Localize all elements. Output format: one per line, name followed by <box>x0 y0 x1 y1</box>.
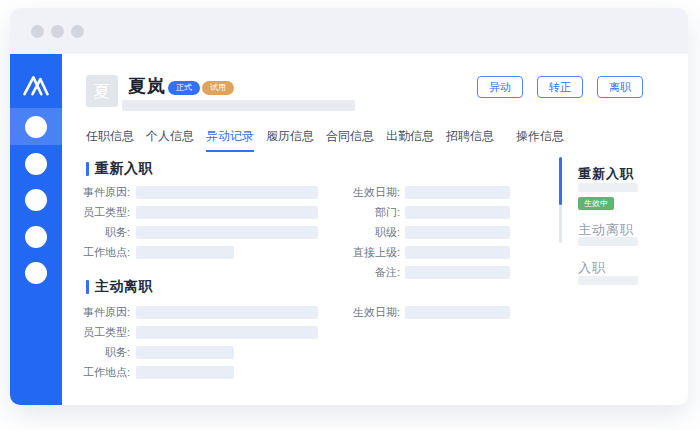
history-date-placeholder <box>578 237 638 246</box>
history-track-active-indicator <box>559 157 562 205</box>
tab-contract-info[interactable]: 合同信息 <box>326 128 374 152</box>
section-accent-bar <box>86 280 89 294</box>
field-value-placeholder <box>405 266 510 279</box>
sidebar-item-5[interactable] <box>25 262 47 284</box>
history-date-placeholder <box>578 183 638 192</box>
field-label: 备注: <box>332 265 400 280</box>
window-titlebar <box>10 8 688 54</box>
sidebar-item-3[interactable] <box>25 189 47 211</box>
history-date-placeholder <box>578 276 638 285</box>
field-value-placeholder <box>136 326 318 339</box>
history-item-onboarding[interactable]: 入职 <box>578 259 606 277</box>
tab-personal-info[interactable]: 个人信息 <box>146 128 194 152</box>
resignation-button[interactable]: 离职 <box>597 76 643 98</box>
section-header-rehire: 重新入职 <box>86 160 153 178</box>
form-row: 部门: <box>332 202 510 222</box>
tab-recruitment-info[interactable]: 招聘信息 <box>446 128 494 152</box>
tab-attendance-info[interactable]: 出勤信息 <box>386 128 434 152</box>
field-label: 事件原因: <box>68 305 130 320</box>
sidebar-item-2[interactable] <box>25 153 47 175</box>
field-value-placeholder <box>405 246 510 259</box>
form-row: 备注: <box>332 262 510 282</box>
field-label: 生效日期: <box>332 185 400 200</box>
section-header-resignation: 主动离职 <box>86 278 153 296</box>
window-control-dot[interactable] <box>31 25 44 38</box>
tab-employment-info[interactable]: 任职信息 <box>86 128 134 152</box>
app-logo-icon <box>21 71 51 102</box>
regularization-button[interactable]: 转正 <box>537 76 583 98</box>
app-window: 夏 夏岚 正式 试用 异动 转正 离职 任职信息 个人信息 异动记录 履历信息 … <box>10 8 688 405</box>
field-value-placeholder <box>405 186 510 199</box>
field-label: 职级: <box>332 225 400 240</box>
window-control-dot[interactable] <box>51 25 64 38</box>
field-value-placeholder <box>136 346 234 359</box>
field-label: 生效日期: <box>332 305 400 320</box>
form-row: 直接上级: <box>332 242 510 262</box>
window-control-dot[interactable] <box>71 25 84 38</box>
field-value-placeholder <box>405 206 510 219</box>
form-row: 工作地点: <box>68 362 234 382</box>
field-value-placeholder <box>405 226 510 239</box>
field-label: 工作地点: <box>68 245 130 260</box>
effective-status-badge: 生效中 <box>578 197 614 210</box>
status-badge-regular: 正式 <box>168 81 200 95</box>
field-label: 职务: <box>68 225 130 240</box>
section-title: 主动离职 <box>95 278 153 296</box>
form-row: 事件原因: <box>68 302 318 322</box>
form-row: 职务: <box>68 342 234 362</box>
action-button-group: 异动 转正 离职 <box>477 76 643 98</box>
form-row: 职务: <box>68 222 318 242</box>
field-value-placeholder <box>136 306 318 319</box>
section-title: 重新入职 <box>95 160 153 178</box>
field-label: 员工类型: <box>68 205 130 220</box>
field-label: 部门: <box>332 205 400 220</box>
form-row: 工作地点: <box>68 242 234 262</box>
field-label: 事件原因: <box>68 185 130 200</box>
field-value-placeholder <box>405 306 510 319</box>
section-accent-bar <box>86 162 89 176</box>
tab-operation-info[interactable]: 操作信息 <box>516 128 564 152</box>
field-value-placeholder <box>136 206 318 219</box>
form-row: 员工类型: <box>68 322 318 342</box>
field-value-placeholder <box>136 246 234 259</box>
field-label: 工作地点: <box>68 365 130 380</box>
subtitle-placeholder <box>122 100 355 111</box>
status-badge-probation: 试用 <box>202 81 234 95</box>
form-row: 事件原因: <box>68 182 318 202</box>
main-content: 夏 夏岚 正式 试用 异动 转正 离职 任职信息 个人信息 异动记录 履历信息 … <box>62 54 688 405</box>
field-label: 员工类型: <box>68 325 130 340</box>
field-value-placeholder <box>136 226 318 239</box>
field-label: 职务: <box>68 345 130 360</box>
sidebar-item-1[interactable] <box>25 116 47 138</box>
form-row: 职级: <box>332 222 510 242</box>
avatar: 夏 <box>86 75 118 107</box>
field-value-placeholder <box>136 186 318 199</box>
form-row: 生效日期: <box>332 182 510 202</box>
history-item-rehire[interactable]: 重新入职 <box>578 165 634 183</box>
form-row: 员工类型: <box>68 202 318 222</box>
employee-name: 夏岚 <box>128 74 166 98</box>
sidebar-item-4[interactable] <box>25 226 47 248</box>
tab-resume-info[interactable]: 履历信息 <box>266 128 314 152</box>
field-value-placeholder <box>136 366 234 379</box>
sidebar <box>10 54 62 405</box>
field-label: 直接上级: <box>332 245 400 260</box>
form-row: 生效日期: <box>332 302 510 322</box>
tab-transfer-records[interactable]: 异动记录 <box>206 128 254 152</box>
tab-bar: 任职信息 个人信息 异动记录 履历信息 合同信息 出勤信息 招聘信息 操作信息 <box>86 128 564 152</box>
transfer-button[interactable]: 异动 <box>477 76 523 98</box>
